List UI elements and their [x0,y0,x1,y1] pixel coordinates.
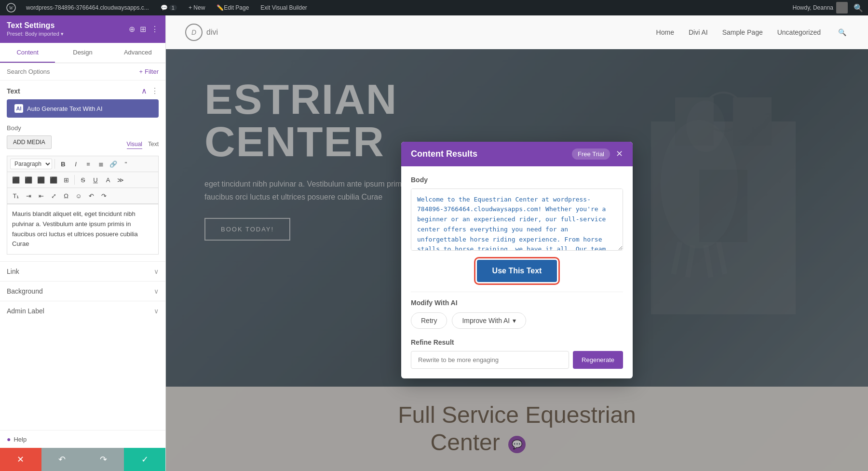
modal-title: Content Results [411,149,477,159]
subscript-button[interactable]: T₁ [10,190,22,202]
undo-button[interactable]: ↶ [85,190,97,202]
site-url[interactable]: wordpress-784896-3766464.cloudwaysapps.c… [23,0,152,15]
quote-button[interactable]: " [120,158,132,170]
nav-sample-page[interactable]: Sample Page [722,28,763,36]
modal-header-right: Free Trial ✕ [572,148,623,160]
link-label: Link [7,268,19,275]
special-char-button[interactable]: Ω [60,190,72,202]
link-section[interactable]: Link ∨ [0,261,165,281]
admin-label-section[interactable]: Admin Label ∨ [0,301,165,321]
divi-nav-links: Home Divi AI Sample Page Uncategorized 🔍 [656,26,849,39]
modal-body-textarea[interactable]: Welcome to the Equestrian Center at word… [411,188,623,251]
admin-label-chevron-icon: ∨ [154,307,159,315]
align-center-button[interactable]: ⬛ [23,174,34,186]
divi-logo: D divi [185,24,218,41]
font-color-button[interactable]: A [102,174,114,186]
ai-icon: AI [14,104,23,113]
background-chevron-icon: ∨ [154,287,159,295]
divi-search-icon[interactable]: 🔍 [835,26,849,39]
bold-button[interactable]: B [57,158,69,170]
improve-chevron-icon: ▾ [513,317,516,324]
tab-advanced[interactable]: Advanced [110,43,165,63]
more-button[interactable]: ≫ [115,174,126,186]
wp-logo-icon[interactable]: W [5,1,17,14]
refine-row: Regenerate [411,351,623,369]
link-button[interactable]: 🔗 [108,158,119,170]
hero-section: ESTRIAN CENTER eget tincidunt nibh pulvi… [166,49,868,471]
text-section-header: Text ∧ ⋮ [0,81,165,99]
body-section: Body ADD MEDIA Visual Text Paragraph B I… [0,124,165,261]
admin-label-label: Admin Label [7,307,44,315]
panel-icon-more[interactable]: ⋮ [151,25,159,34]
nav-home[interactable]: Home [656,28,674,36]
nav-uncategorized[interactable]: Uncategorized [777,28,821,36]
strikethrough-button[interactable]: S [77,174,89,186]
save-button[interactable]: ✓ [124,448,165,471]
indent-button[interactable]: ⇥ [23,190,34,202]
toolbar-sep-2 [74,175,75,185]
edit-page-btn[interactable]: ✏️ Edit Page [214,0,252,15]
paragraph-select[interactable]: Paragraph [10,159,52,169]
retry-button[interactable]: Retry [411,312,447,329]
help-icon[interactable]: ● [7,435,11,443]
tab-design[interactable]: Design [55,43,110,63]
italic-button[interactable]: I [70,158,81,170]
refine-input[interactable] [411,351,569,369]
panel-header-icons: ⊕ ⊞ ⋮ [129,25,159,34]
align-justify-button[interactable]: ⬛ [48,174,59,186]
modal-header: Content Results Free Trial ✕ [401,142,633,166]
new-item-btn[interactable]: + New [186,0,208,15]
underline-button[interactable]: U [90,174,101,186]
free-trial-badge[interactable]: Free Trial [572,148,610,160]
text-tab[interactable]: Text [148,140,159,149]
table-button[interactable]: ⊞ [60,174,72,186]
exit-builder-btn[interactable]: Exit Visual Builder [258,0,310,15]
ul-button[interactable]: ≡ [82,158,94,170]
visual-tab[interactable]: Visual [127,140,142,149]
emoji-button[interactable]: ☺ [73,190,84,202]
ai-generate-button[interactable]: AI Auto Generate Text With AI [7,99,159,118]
panel-icon-target[interactable]: ⊕ [129,25,135,34]
text-section-title: Text [7,87,20,95]
improve-with-ai-button[interactable]: Improve With AI ▾ [452,312,526,329]
refine-label: Refine Result [411,338,623,346]
add-media-button[interactable]: ADD MEDIA [7,135,52,149]
modal-body: Body Welcome to the Equestrian Center at… [401,166,633,379]
modify-ai-label: Modify With AI [411,299,623,307]
use-this-text-button[interactable]: Use This Text [477,260,557,282]
content-results-modal: Content Results Free Trial ✕ Body Welcom… [401,142,633,379]
section-more-icon[interactable]: ⋮ [151,86,159,95]
align-right-button[interactable]: ⬛ [35,174,47,186]
editor-content[interactable]: Mauris blandit aliquet elit, eget tincid… [7,204,159,255]
divi-nav: D divi Home Divi AI Sample Page Uncatego… [166,15,868,49]
align-left-button[interactable]: ⬛ [10,174,22,186]
panel-title: Text Settings [7,21,64,30]
tab-content[interactable]: Content [0,43,55,63]
panel-preset[interactable]: Preset: Body imported ▾ [7,31,64,37]
nav-divi-ai[interactable]: Divi AI [689,28,708,36]
background-section[interactable]: Background ∨ [0,281,165,301]
redo-footer-button[interactable]: ↷ [83,448,124,471]
panel-search-row: + Filter [0,63,165,81]
editor-tabs: Visual Text [127,140,159,149]
ol-button[interactable]: ≣ [95,158,107,170]
regenerate-button[interactable]: Regenerate [573,351,623,369]
section-collapse-icon[interactable]: ∧ [141,86,147,95]
admin-search-icon[interactable]: 🔍 [854,3,863,13]
comments-item[interactable]: 💬 1 [158,0,180,15]
toolbar-sep-1 [54,159,55,169]
cancel-button[interactable]: ✕ [0,448,41,471]
outdent-button[interactable]: ⇤ [35,190,47,202]
panel-icon-columns[interactable]: ⊞ [140,25,146,34]
expand-button[interactable]: ⤢ [48,190,59,202]
divi-logo-icon: D [185,24,203,41]
modal-body-label: Body [411,176,623,184]
undo-footer-button[interactable]: ↶ [41,448,83,471]
search-input[interactable] [7,68,139,75]
redo-button[interactable]: ↷ [98,190,109,202]
help-label[interactable]: Help [14,436,27,443]
filter-button[interactable]: + Filter [139,68,159,75]
background-label: Background [7,287,43,295]
modal-close-button[interactable]: ✕ [616,148,623,159]
howdy-section: Howdy, Deanna [793,2,848,13]
